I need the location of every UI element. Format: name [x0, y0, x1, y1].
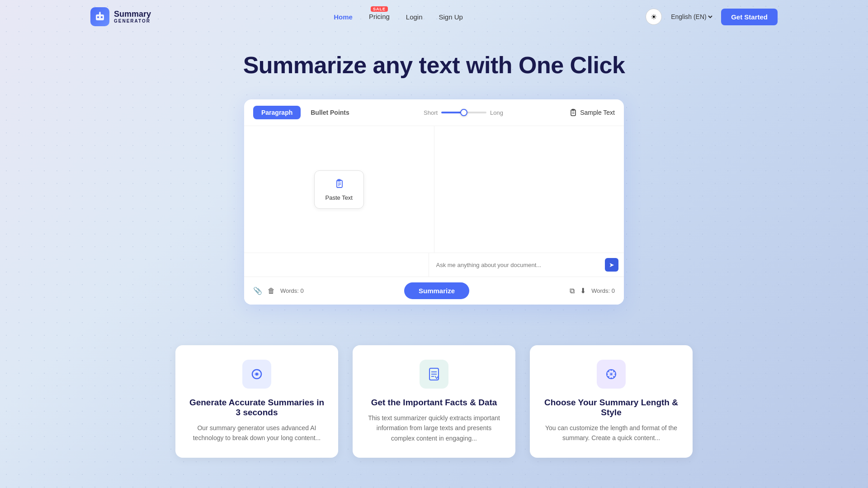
send-icon: ➤	[609, 261, 614, 268]
svg-point-15	[255, 373, 258, 375]
tab-bullet-points[interactable]: Bullet Points	[302, 106, 358, 119]
paste-text-button[interactable]: Paste Text	[314, 170, 364, 209]
input-area[interactable]: Paste Text	[244, 126, 434, 253]
brand-sub: Generator	[114, 19, 151, 23]
hero-title: Summarize any text with One Click	[0, 52, 868, 79]
paste-text-label: Paste Text	[326, 194, 353, 201]
nav-link-pricing[interactable]: Pricing	[369, 13, 390, 20]
sale-badge: SALE	[371, 6, 388, 12]
chat-input[interactable]	[434, 255, 605, 275]
nav-right: ☀ English (EN) Get Started	[646, 9, 778, 25]
get-started-button[interactable]: Get Started	[721, 9, 778, 25]
chat-row: ➤	[244, 253, 624, 277]
delete-button[interactable]: 🗑	[268, 287, 275, 295]
length-long-label: Long	[490, 109, 503, 116]
copy-button[interactable]: ⧉	[570, 287, 575, 295]
nav-pricing-wrap: SALE Pricing	[369, 13, 390, 21]
length-slider[interactable]	[441, 112, 486, 113]
feature-card-accurate: Generate Accurate Summaries in 3 seconds…	[175, 345, 338, 458]
svg-point-2	[101, 16, 103, 18]
copy-icon: ⧉	[570, 287, 575, 295]
feature-icon-style	[597, 360, 626, 389]
feature-title-facts: Get the Important Facts & Data	[365, 398, 503, 408]
chat-left-spacer	[244, 253, 429, 277]
sample-text-label: Sample Text	[580, 109, 615, 116]
editor-row: Paste Text	[244, 126, 624, 253]
output-area	[434, 126, 624, 253]
length-control: Short Long	[424, 109, 503, 116]
logo-icon	[90, 7, 109, 26]
words-count-left: Words: 0	[280, 287, 304, 294]
summarize-button[interactable]: Summarize	[404, 282, 469, 299]
svg-point-4	[99, 12, 101, 13]
sample-text-button[interactable]: Sample Text	[569, 108, 615, 117]
svg-point-1	[97, 16, 99, 18]
summarizer-bottombar: 📎 🗑 Words: 0 Summarize ⧉ ⬇ Words: 0	[244, 277, 624, 305]
feature-icon-accurate	[242, 360, 271, 389]
logo-link[interactable]: Summary Generator	[90, 7, 151, 26]
language-select[interactable]: English (EN)	[669, 13, 714, 21]
chat-send-button[interactable]: ➤	[605, 258, 618, 272]
tab-paragraph[interactable]: Paragraph	[253, 106, 301, 119]
download-icon: ⬇	[580, 287, 586, 295]
feature-icon-facts	[420, 360, 448, 389]
attach-button[interactable]: 📎	[253, 286, 262, 295]
summarizer-topbar: Paragraph Bullet Points Short Long Sampl…	[244, 99, 624, 126]
nav-links: Home SALE Pricing Login Sign Up	[334, 13, 463, 21]
features-section: Generate Accurate Summaries in 3 seconds…	[0, 318, 868, 458]
feature-title-style: Choose Your Summary Length & Style	[542, 398, 680, 418]
hero-section: Summarize any text with One Click	[0, 33, 868, 92]
trash-icon: 🗑	[268, 287, 275, 295]
chat-right: ➤	[429, 255, 624, 275]
bottom-right: ⧉ ⬇ Words: 0	[570, 286, 615, 295]
words-count-right: Words: 0	[591, 287, 615, 294]
feature-desc-style: You can customize the length and format …	[542, 423, 680, 443]
sun-icon: ☀	[651, 13, 657, 21]
feature-card-facts: Get the Important Facts & Data This text…	[353, 345, 515, 458]
feature-card-style: Choose Your Summary Length & Style You c…	[530, 345, 693, 458]
feature-desc-facts: This text summarizer quickly extracts im…	[365, 413, 503, 443]
nav-link-signup[interactable]: Sign Up	[439, 13, 463, 21]
theme-toggle-button[interactable]: ☀	[646, 9, 662, 25]
paperclip-icon: 📎	[253, 287, 262, 295]
summarizer-box: Paragraph Bullet Points Short Long Sampl…	[244, 99, 624, 305]
bottom-left: 📎 🗑 Words: 0	[253, 286, 304, 295]
feature-title-accurate: Generate Accurate Summaries in 3 seconds	[188, 398, 326, 418]
summarizer-tabs: Paragraph Bullet Points	[253, 106, 358, 119]
brand-name: Summary	[114, 10, 151, 19]
feature-desc-accurate: Our summary generator uses advanced AI t…	[188, 423, 326, 443]
length-short-label: Short	[424, 109, 438, 116]
nav-link-home[interactable]: Home	[334, 13, 353, 21]
svg-rect-0	[96, 14, 104, 20]
nav-link-login[interactable]: Login	[406, 13, 423, 21]
navbar: Summary Generator Home SALE Pricing Logi…	[0, 0, 868, 33]
paste-icon	[334, 178, 344, 192]
download-button[interactable]: ⬇	[580, 286, 586, 295]
svg-point-22	[610, 373, 612, 375]
clipboard-icon	[569, 108, 577, 117]
logo-text: Summary Generator	[114, 10, 151, 24]
